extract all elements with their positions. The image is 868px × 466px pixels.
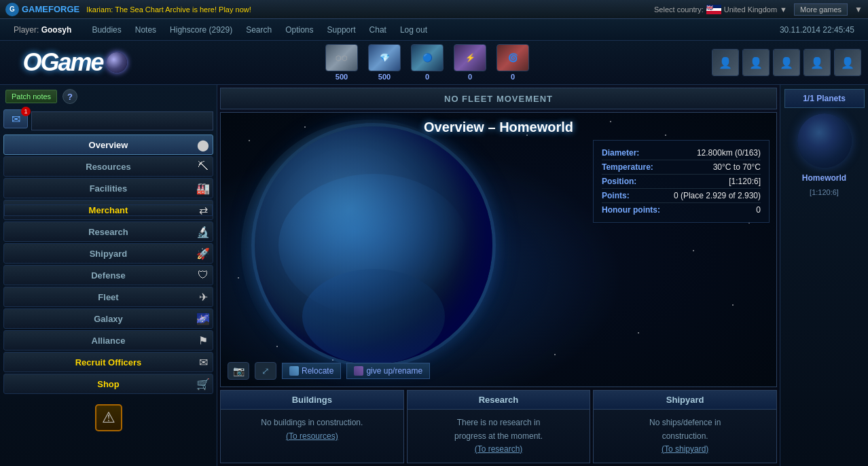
relocate-icon [289,366,299,376]
position-value: [1:120:6] [729,177,761,186]
news-text[interactable]: Ikariam: The Sea Chart Archive is here! … [86,5,647,14]
ogame-text: OGame [22,48,103,77]
help-button[interactable]: ? [62,89,77,104]
sidebar-item-facilities[interactable]: Facilities 🏭 [3,178,213,198]
relocate-button[interactable]: Relocate [282,363,341,379]
fleet-bar-text: NO FLEET MOVEMENT [444,94,553,104]
resource-bar: OGame ⬡⬡ 500 💎 500 🔵 0 ⚡ 0 [0,41,868,85]
stat-honour: Honour points: 0 [602,203,761,217]
sidebar-item-shipyard[interactable]: Shipyard 🚀 [3,243,213,264]
sidebar-item-shop-label: Shop [4,379,213,389]
diameter-label: Diameter: [602,148,639,158]
rename-button[interactable]: give up/rename [346,363,430,379]
sidebar-item-research[interactable]: Research 🔬 [3,221,213,242]
gameforge-label: GAMEFORGE [22,4,79,14]
ogame-planet-logo [107,52,127,73]
deut-icon: 🔵 [411,44,444,71]
country-select: Select country: 🇬🇧 United Kingdom ▼ [654,5,787,14]
warning-button[interactable]: ⚠ [95,404,122,431]
resources-icon: ⛏ [194,157,213,176]
sidebar-item-recruit-officers[interactable]: Recruit Officers ✉ [3,352,213,372]
more-games-button[interactable]: More games [794,3,848,16]
more-games-chevron-icon: ▼ [854,5,863,14]
sidebar-item-galaxy[interactable]: Galaxy 🌌 [3,308,213,329]
sidebar-top: Patch notes ? [0,85,217,108]
datetime: 30.11.2014 22:45:45 [780,25,854,35]
sidebar-item-alliance[interactable]: Alliance ⚑ [3,330,213,351]
message-indicator[interactable]: ✉ 1 [3,109,28,130]
officer-4[interactable]: 👤 [803,49,831,76]
homeworld-planet[interactable] [797,113,852,168]
nav-notes[interactable]: Notes [135,25,156,35]
officer-5[interactable]: 👤 [834,49,861,76]
sidebar-item-fleet-label: Fleet [4,292,213,302]
nav-search[interactable]: Search [246,25,272,35]
message-area: ✉ 1 [0,108,217,134]
sidebar-item-merchant[interactable]: Merchant ⇄ [3,200,213,220]
facilities-icon: 🏭 [194,179,213,198]
relocate-label: Relocate [302,366,333,376]
planet-actions: 📷 ⤢ Relocate give up/rename [228,362,430,380]
sidebar-item-fleet[interactable]: Fleet ✈ [3,287,213,307]
chevron-down-icon: ▼ [780,5,787,14]
homeworld-name[interactable]: Homeworld [802,173,846,183]
nav-logout[interactable]: Log out [400,25,427,35]
resource-dark-matter: 🌀 0 [496,44,529,81]
nav-buddies[interactable]: Buddies [92,25,121,35]
dark-matter-value: 0 [511,73,515,81]
sidebar-item-defense[interactable]: Defense 🛡 [3,265,213,285]
sidebar-item-defense-label: Defense [4,270,213,281]
officer-icons: 👤 👤 👤 👤 👤 [712,49,861,76]
officer-2[interactable]: 👤 [742,49,770,76]
stat-points: Points: 0 (Place 2.929 of 2.930) [602,189,761,203]
nav-chat[interactable]: Chat [369,25,386,35]
galaxy-icon: 🌌 [194,309,213,328]
diameter-value: 12.800km (0/163) [697,148,761,158]
crystal-value: 500 [378,73,391,81]
research-body: There is no research inprogress at the m… [408,410,590,463]
metal-value: 500 [336,73,348,81]
sidebar-item-shop[interactable]: Shop 🛒 [3,374,213,394]
points-value: 0 (Place 2.929 of 2.930) [674,191,761,200]
research-panel: Research There is no research inprogress… [407,390,591,463]
defense-icon: 🛡 [194,266,213,285]
no-fleet-small [31,111,213,130]
patch-notes-button[interactable]: Patch notes [5,90,57,103]
expand-icon[interactable]: ⤢ [255,362,276,380]
shipyard-header: Shipyard [594,391,776,410]
overview-title: Overview – Homeworld [424,120,573,135]
nav-support[interactable]: Support [327,25,356,35]
rename-icon [354,366,363,376]
player-label: Player: [14,25,39,35]
research-link[interactable]: (To research) [475,444,523,454]
main-layout: Patch notes ? ✉ 1 Overview ⬤ Resources ⛏… [0,85,868,466]
sidebar-item-resources-label: Resources [4,162,213,172]
nav-bar: Player: Goosyh Buddies Notes Highscore (… [0,19,868,41]
sidebar-item-galaxy-label: Galaxy [4,314,213,324]
sidebar-item-facilities-label: Facilities [4,183,213,194]
stat-position: Position: [1:120:6] [602,175,761,189]
camera-icon[interactable]: 📷 [228,362,249,380]
deut-value: 0 [425,73,429,81]
buildings-link[interactable]: (To resources) [286,431,338,441]
honour-label: Honour points: [602,205,660,215]
gameforge-logo: G GAMEFORGE [5,3,79,16]
homeworld-coords: [1:120:6] [810,188,839,196]
nav-options[interactable]: Options [285,25,313,35]
crystal-icon: 💎 [368,44,401,71]
logo-area: OGame [7,48,143,77]
merchant-icon: ⇄ [194,200,213,219]
overview-icon: ⬤ [194,135,213,154]
temperature-value: 30°C to 70°C [713,162,761,172]
sidebar-item-resources[interactable]: Resources ⛏ [3,156,213,177]
energy-icon: ⚡ [454,44,486,71]
resource-metal: ⬡⬡ 500 [325,44,358,81]
nav-highscore[interactable]: Highscore (2929) [170,25,232,35]
resource-energy: ⚡ 0 [454,44,486,81]
officer-3[interactable]: 👤 [773,49,800,76]
shipyard-link[interactable]: (To shipyard) [662,444,708,454]
sidebar-item-overview[interactable]: Overview ⬤ [3,135,213,155]
research-status: There is no research inprogress at the m… [454,418,543,440]
officer-1[interactable]: 👤 [712,49,739,76]
fleet-bar: NO FLEET MOVEMENT [220,88,777,109]
